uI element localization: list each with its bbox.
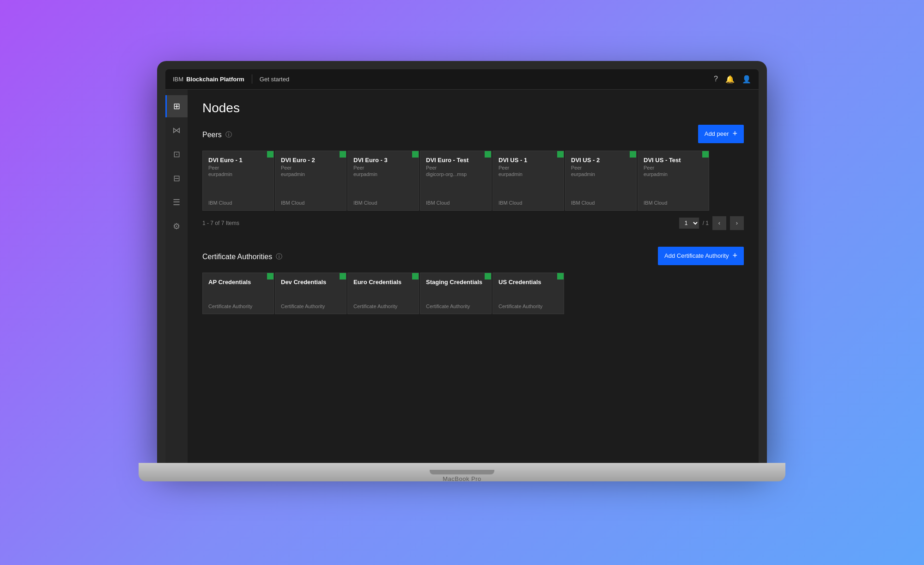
card-cloud: IBM Cloud xyxy=(353,200,413,206)
sidebar: ⊞ ⋈ ⊡ ⊟ ☰ ⚙ xyxy=(165,90,188,463)
sidebar-item-nodes[interactable]: ⊞ xyxy=(165,95,188,117)
card-admin: eurpadmin xyxy=(281,171,340,177)
peers-section: Peers ⓘ ⊞ ☰ Add peer + xyxy=(202,127,744,234)
status-badge xyxy=(340,151,346,158)
card-type: Peer xyxy=(281,165,340,170)
brand: IBM Blockchain Platform xyxy=(173,76,244,83)
add-ca-label: Add Certificate Authority xyxy=(664,252,729,259)
ca-controls: ⊞ ☰ Add Certificate Authority + xyxy=(709,249,744,265)
status-badge xyxy=(267,273,274,279)
add-peer-plus-icon: + xyxy=(732,129,737,139)
ca-card-us[interactable]: US Credentials Certificate Authority xyxy=(492,273,564,314)
card-type: Certificate Authority xyxy=(426,304,486,309)
settings-icon: ⚙ xyxy=(173,221,180,231)
pagination-controls: 1 / 1 ‹ › xyxy=(679,216,744,230)
laptop-notch xyxy=(430,470,494,474)
card-name: US Credentials xyxy=(498,279,558,286)
card-name: AP Credentials xyxy=(208,279,268,286)
top-bar: IBM Blockchain Platform Get started ? 🔔 … xyxy=(165,69,759,90)
sidebar-item-settings[interactable]: ⚙ xyxy=(165,215,188,237)
card-name: Staging Credentials xyxy=(426,279,486,286)
ca-card-euro[interactable]: Euro Credentials Certificate Authority xyxy=(347,273,419,314)
prev-page-button[interactable]: ‹ xyxy=(712,216,726,230)
card-admin: eurpadmin xyxy=(353,171,413,177)
pagination-info: 1 - 7 of 7 Items xyxy=(202,220,239,226)
page-title: Nodes xyxy=(202,101,744,115)
network-icon: ⋈ xyxy=(172,125,181,135)
get-started-link[interactable]: Get started xyxy=(260,76,289,83)
sidebar-item-organizations[interactable]: ⊡ xyxy=(165,143,188,165)
peers-controls: ⊞ ☰ Add peer + xyxy=(709,127,744,143)
organizations-icon: ⊡ xyxy=(173,149,180,159)
ca-title-text: Certificate Authorities xyxy=(202,253,272,261)
card-type: Peer xyxy=(644,165,703,170)
card-name: Dev Credentials xyxy=(281,279,340,286)
peer-card-dvi-euro-3[interactable]: DVI Euro - 3 Peer eurpadmin IBM Cloud xyxy=(347,151,419,211)
ca-cards-grid: AP Credentials Certificate Authority Dev… xyxy=(202,273,744,314)
card-cloud: IBM Cloud xyxy=(644,200,703,206)
card-admin: eurpadmin xyxy=(498,171,558,177)
status-badge xyxy=(557,273,564,279)
next-page-button[interactable]: › xyxy=(730,216,744,230)
status-badge xyxy=(340,273,346,279)
brand-blockchain: Blockchain Platform xyxy=(186,76,244,83)
status-badge xyxy=(485,273,491,279)
peers-section-title: Peers ⓘ xyxy=(202,131,232,139)
ca-info-icon[interactable]: ⓘ xyxy=(276,253,282,261)
status-badge xyxy=(557,151,564,158)
ca-card-staging[interactable]: Staging Credentials Certificate Authorit… xyxy=(420,273,492,314)
peers-cards-grid: DVI Euro - 1 Peer eurpadmin IBM Cloud DV… xyxy=(202,151,744,211)
sidebar-item-smart-contracts[interactable]: ☰ xyxy=(165,191,188,213)
macbook-label: MacBook Pro xyxy=(443,475,481,482)
sidebar-item-network[interactable]: ⋈ xyxy=(165,119,188,141)
peer-card-dvi-us-2[interactable]: DVI US - 2 Peer eurpadmin IBM Cloud xyxy=(565,151,637,211)
add-ca-button[interactable]: Add Certificate Authority + xyxy=(658,247,744,265)
peer-card-dvi-us-test[interactable]: DVI US - Test Peer eurpadmin IBM Cloud xyxy=(638,151,709,211)
card-cloud: IBM Cloud xyxy=(571,200,631,206)
page-select[interactable]: 1 xyxy=(679,218,699,229)
ca-section-title: Certificate Authorities ⓘ xyxy=(202,253,282,261)
card-name: DVI Euro - 1 xyxy=(208,157,268,164)
main-layout: ⊞ ⋈ ⊡ ⊟ ☰ ⚙ xyxy=(165,90,759,463)
card-name: Euro Credentials xyxy=(353,279,413,286)
card-name: DVI US - 2 xyxy=(571,157,631,164)
peer-card-dvi-us-1[interactable]: DVI US - 1 Peer eurpadmin IBM Cloud xyxy=(492,151,564,211)
peer-card-dvi-euro-test[interactable]: DVI Euro - Test Peer digicorp-org...msp … xyxy=(420,151,492,211)
peers-section-header: Peers ⓘ ⊞ ☰ Add peer + xyxy=(202,127,744,143)
add-ca-plus-icon: + xyxy=(732,251,737,261)
card-type: Certificate Authority xyxy=(353,304,413,309)
peer-card-dvi-euro-2[interactable]: DVI Euro - 2 Peer eurpadmin IBM Cloud xyxy=(275,151,346,211)
sidebar-item-channels[interactable]: ⊟ xyxy=(165,167,188,189)
card-name: DVI US - 1 xyxy=(498,157,558,164)
page-total: / 1 xyxy=(703,220,709,226)
ca-section: Certificate Authorities ⓘ ⊞ ☰ Add Certif… xyxy=(202,249,744,314)
card-admin: digicorp-org...msp xyxy=(426,171,486,177)
card-type: Certificate Authority xyxy=(498,304,558,309)
ca-card-dev[interactable]: Dev Credentials Certificate Authority xyxy=(275,273,346,314)
nodes-icon: ⊞ xyxy=(173,101,180,111)
add-peer-label: Add peer xyxy=(705,130,729,137)
peers-info-icon[interactable]: ⓘ xyxy=(225,131,232,139)
ca-card-ap[interactable]: AP Credentials Certificate Authority xyxy=(202,273,274,314)
peers-title-text: Peers xyxy=(202,131,222,139)
ca-section-header: Certificate Authorities ⓘ ⊞ ☰ Add Certif… xyxy=(202,249,744,265)
add-peer-button[interactable]: Add peer + xyxy=(698,125,744,143)
peer-card-dvi-euro-1[interactable]: DVI Euro - 1 Peer eurpadmin IBM Cloud xyxy=(202,151,274,211)
status-badge xyxy=(485,151,491,158)
status-badge xyxy=(412,273,419,279)
card-cloud: IBM Cloud xyxy=(281,200,340,206)
help-icon[interactable]: ? xyxy=(714,75,718,83)
status-badge xyxy=(412,151,419,158)
notifications-icon[interactable]: 🔔 xyxy=(725,75,735,84)
card-name: DVI Euro - Test xyxy=(426,157,486,164)
card-admin: eurpadmin xyxy=(571,171,631,177)
card-name: DVI US - Test xyxy=(644,157,703,164)
status-badge xyxy=(267,151,274,158)
card-type: Peer xyxy=(426,165,486,170)
card-cloud: IBM Cloud xyxy=(426,200,486,206)
card-type: Peer xyxy=(498,165,558,170)
user-icon[interactable]: 👤 xyxy=(742,75,751,84)
smart-contracts-icon: ☰ xyxy=(173,197,180,207)
card-type: Peer xyxy=(353,165,413,170)
card-type: Peer xyxy=(208,165,268,170)
